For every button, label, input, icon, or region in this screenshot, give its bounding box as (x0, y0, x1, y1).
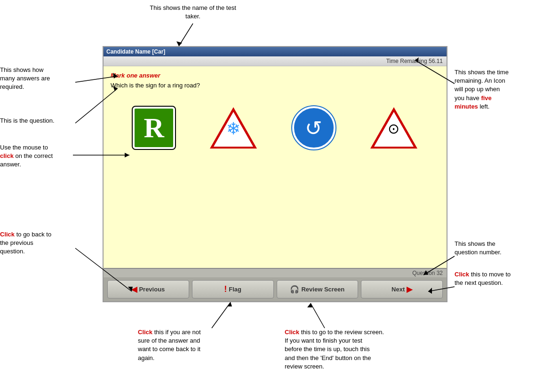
svg-marker-19 (307, 303, 312, 307)
annotation-mouse-click: Use the mouse to click on the correct an… (0, 143, 80, 169)
svg-marker-17 (227, 302, 232, 306)
flag-button[interactable]: ! Flag (192, 280, 274, 298)
question-number: Question 32 (412, 270, 443, 276)
annotation-go-back: Click to go back to the previous questio… (0, 230, 78, 256)
review-screen-button[interactable]: 🎧 Review Screen (277, 280, 359, 298)
snowflake-icon: ❄ (226, 120, 240, 137)
svg-line-16 (212, 302, 231, 328)
test-window: Candidate Name [Car] Time Remaining 56.1… (103, 46, 447, 302)
previous-button[interactable]: ◀ Previous (107, 280, 189, 298)
flag-icon: ! (224, 284, 227, 294)
annotation-question: This is the question. (0, 117, 80, 125)
review-label: Review Screen (301, 286, 344, 293)
title-bar: Candidate Name [Car] (104, 47, 447, 56)
ring-icon: ⊙ (388, 120, 399, 137)
annotation-time: This shows the timeremaining. An Iconwil… (455, 68, 549, 111)
previous-arrow-icon: ◀ (131, 285, 137, 294)
flag-label: Flag (229, 286, 241, 293)
answer-a[interactable]: R (129, 103, 178, 152)
svg-line-18 (311, 303, 325, 328)
svg-marker-1 (176, 41, 182, 46)
timer-bar: Time Remaining 56.11 (104, 56, 447, 66)
nav-buttons: ◀ Previous ! Flag 🎧 Review Screen Next ▶ (104, 277, 447, 301)
next-button[interactable]: Next ▶ (361, 280, 443, 298)
annotation-next: Click this to move tothe next question. (455, 270, 549, 287)
question-number-row: Question 32 (104, 269, 447, 277)
answer-c[interactable]: ↺ (289, 103, 339, 153)
green-r-sign: R (133, 107, 175, 149)
answer-b[interactable]: ❄ (207, 104, 260, 152)
r-letter: R (144, 112, 164, 144)
question-area: Mark one answer Which is the sign for a … (104, 66, 447, 268)
answers-row: R ❄ ↺ ⊙ (111, 103, 439, 153)
mark-answer-label: Mark one answer (111, 72, 439, 79)
window-title: Candidate Name [Car] (106, 48, 165, 55)
nav-bar: Question 32 ◀ Previous ! Flag 🎧 Review S… (104, 268, 447, 301)
roundabout-icon: ↺ (305, 116, 322, 140)
annotation-flag: Click this if you are notsure of the ans… (138, 328, 241, 362)
roundabout-sign: ↺ (292, 106, 335, 149)
annotation-question-number: This shows thequestion number. (455, 240, 549, 257)
timer-display: Time Remaining 56.11 (386, 58, 443, 64)
snowflake-triangle: ❄ (210, 107, 257, 149)
answer-d[interactable]: ⊙ (367, 104, 421, 152)
previous-label: Previous (139, 286, 165, 293)
annotation-name: This shows the name of the test taker. (144, 4, 242, 21)
next-arrow-icon: ▶ (407, 285, 412, 294)
svg-line-0 (179, 24, 193, 46)
next-label: Next (391, 286, 405, 293)
question-text: Which is the sign for a ring road? (111, 82, 439, 89)
annotation-review: Click this to go to the review screen.If… (285, 328, 440, 371)
annotation-answers-required: This shows how many answers are required… (0, 66, 80, 92)
ring-road-sign: ⊙ (370, 107, 417, 149)
review-icon: 🎧 (290, 285, 299, 294)
